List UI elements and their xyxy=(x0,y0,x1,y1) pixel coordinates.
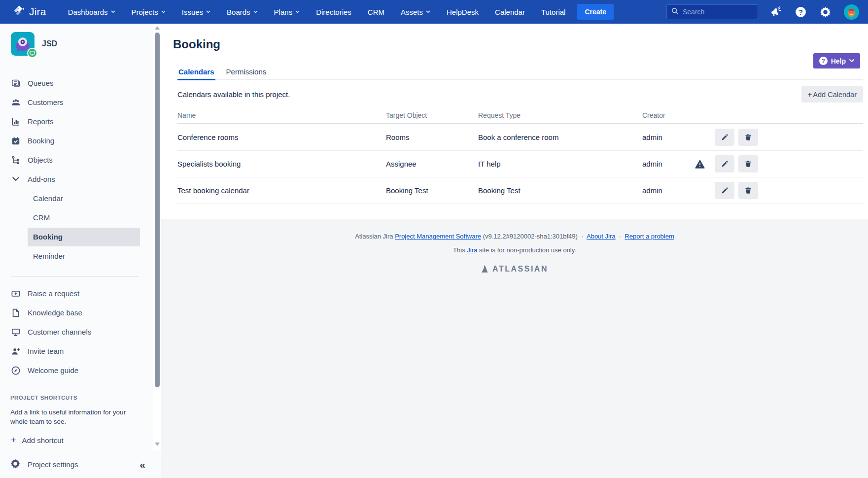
jira-link[interactable]: Jira xyxy=(467,246,477,254)
sidebar-item-welcome-guide[interactable]: Welcome guide xyxy=(0,361,153,380)
sidebar-item-addon-crm[interactable]: CRM xyxy=(0,208,153,227)
trash-icon xyxy=(744,186,752,195)
project-shortcuts-section: PROJECT SHORTCUTS Add a link to useful i… xyxy=(0,395,153,426)
project-header[interactable]: JSD xyxy=(0,24,153,56)
chevron-down-icon xyxy=(295,10,300,13)
scroll-up-arrow[interactable] xyxy=(155,26,160,30)
add-ons-children: Calendar CRM Booking Reminder xyxy=(0,189,153,266)
report-problem-link[interactable]: Report a problem xyxy=(625,233,674,240)
question-icon: ? xyxy=(819,57,828,65)
selected-item-highlight: Booking xyxy=(28,228,140,246)
jira-logo-icon xyxy=(13,4,26,19)
app-name: Jira xyxy=(29,6,46,18)
compass-icon xyxy=(11,366,21,376)
chevron-down-icon xyxy=(849,59,854,63)
table-row: Conference rooms Rooms Book a conference… xyxy=(177,124,863,151)
nav-item-helpdesk[interactable]: HelpDesk xyxy=(447,8,479,16)
nav-item-issues[interactable]: Issues xyxy=(182,8,210,16)
sidebar-item-addon-booking[interactable]: Booking xyxy=(0,227,153,246)
delete-calendar-button[interactable] xyxy=(738,129,758,146)
sidebar-item-add-ons[interactable]: Add-ons xyxy=(0,170,153,189)
help-button[interactable]: ? Help xyxy=(813,53,860,68)
project-shortcuts-hint: Add a link to useful information for you… xyxy=(10,408,134,426)
document-icon xyxy=(11,308,21,318)
sidebar-scrollbar[interactable] xyxy=(153,24,161,451)
project-settings-button[interactable]: Project settings xyxy=(28,460,78,469)
add-calendar-button[interactable]: + Add Calendar xyxy=(801,86,863,102)
sidebar-item-label: Customers xyxy=(28,98,64,106)
trash-icon xyxy=(744,160,752,168)
sidebar-item-label: Invite team xyxy=(28,347,64,355)
column-header-target-object: Target Object xyxy=(386,111,478,119)
user-avatar[interactable] xyxy=(844,4,859,20)
footer-version-line: Atlassian Jira Project Management Softwa… xyxy=(161,219,868,240)
sidebar-item-raise-request[interactable]: Raise a request xyxy=(0,284,153,303)
column-header-request-type: Request Type xyxy=(478,111,642,119)
pencil-icon xyxy=(721,133,729,141)
search-box[interactable] xyxy=(666,4,758,19)
sidebar-item-objects[interactable]: Objects xyxy=(0,150,153,170)
nav-item-dashboards[interactable]: Dashboards xyxy=(68,8,115,16)
search-input[interactable] xyxy=(683,8,753,16)
nav-item-crm[interactable]: CRM xyxy=(368,8,384,16)
edit-calendar-button[interactable] xyxy=(715,155,734,172)
sidebar-item-label: Reports xyxy=(28,117,54,126)
chevron-down-icon xyxy=(206,10,210,13)
pencil-icon xyxy=(721,160,729,168)
chevron-down-icon xyxy=(161,10,166,13)
add-shortcut-label: Add shortcut xyxy=(22,436,64,444)
nav-item-directories[interactable]: Directories xyxy=(316,8,351,16)
sidebar-item-label: Add-ons xyxy=(28,175,55,183)
sidebar-item-label: Welcome guide xyxy=(28,366,78,375)
scrollbar-thumb[interactable] xyxy=(155,33,160,387)
column-header-name: Name xyxy=(177,111,386,119)
sidebar-item-queues[interactable]: Queues xyxy=(0,73,153,93)
sidebar-item-addon-reminder[interactable]: Reminder xyxy=(0,246,153,266)
customers-icon xyxy=(11,98,21,107)
sidebar-item-customer-channels[interactable]: Customer channels xyxy=(0,322,153,341)
announcements-icon[interactable] xyxy=(770,6,782,18)
delete-calendar-button[interactable] xyxy=(738,182,758,199)
scroll-down-arrow[interactable] xyxy=(155,443,160,446)
help-label: Help xyxy=(831,57,846,65)
add-shortcut-button[interactable]: + Add shortcut xyxy=(0,431,153,449)
nav-item-assets[interactable]: Assets xyxy=(401,8,430,16)
sidebar-secondary-nav: Raise a request Knowledge base Customer … xyxy=(0,284,153,380)
column-header-creator: Creator xyxy=(642,111,695,119)
nav-item-calendar[interactable]: Calendar xyxy=(495,8,525,16)
tab-permissions[interactable]: Permissions xyxy=(225,68,268,79)
about-jira-link[interactable]: About Jira xyxy=(587,233,616,240)
nav-item-boards[interactable]: Boards xyxy=(227,8,258,16)
create-button[interactable]: Create xyxy=(577,4,614,20)
nav-item-projects[interactable]: Projects xyxy=(132,8,166,16)
project-name: JSD xyxy=(42,39,57,48)
edit-calendar-button[interactable] xyxy=(715,129,734,146)
sidebar-item-reports[interactable]: Reports xyxy=(0,112,153,131)
invite-person-icon xyxy=(11,346,21,356)
sidebar-item-label: Customer channels xyxy=(28,328,91,336)
settings-gear-icon[interactable] xyxy=(819,6,832,18)
version-string: (v9.12.2#9120002-sha1:301bf49) xyxy=(483,233,578,240)
footer-notice-line: This Jira site is for non-production use… xyxy=(161,246,868,254)
nav-item-tutorial[interactable]: Tutorial xyxy=(541,8,565,16)
jira-logo[interactable]: Jira xyxy=(13,4,46,19)
pencil-icon xyxy=(721,186,729,195)
sidebar-item-knowledge-base[interactable]: Knowledge base xyxy=(0,303,153,322)
top-navigation: Jira Dashboards Projects Issues Boards P… xyxy=(0,0,868,24)
sidebar-item-invite-team[interactable]: Invite team xyxy=(0,341,153,361)
pms-link[interactable]: Project Management Software xyxy=(395,233,481,240)
calendars-description: Calendars available in this project. xyxy=(177,90,290,99)
sidebar-item-addon-calendar[interactable]: Calendar xyxy=(0,189,153,208)
nav-right-group: ? xyxy=(666,4,859,20)
help-icon[interactable]: ? xyxy=(795,6,807,18)
delete-calendar-button[interactable] xyxy=(738,155,758,172)
atlassian-logo-icon xyxy=(481,265,489,273)
collapse-sidebar-button[interactable]: « xyxy=(139,459,145,471)
atlassian-brand: ATLASSIAN xyxy=(161,265,868,273)
sidebar-item-booking[interactable]: Booking xyxy=(0,131,153,150)
page-footer: Atlassian Jira Project Management Softwa… xyxy=(161,219,868,478)
nav-item-plans[interactable]: Plans xyxy=(274,8,300,16)
edit-calendar-button[interactable] xyxy=(715,182,734,199)
tab-calendars[interactable]: Calendars xyxy=(177,68,215,79)
sidebar-item-customers[interactable]: Customers xyxy=(0,93,153,112)
